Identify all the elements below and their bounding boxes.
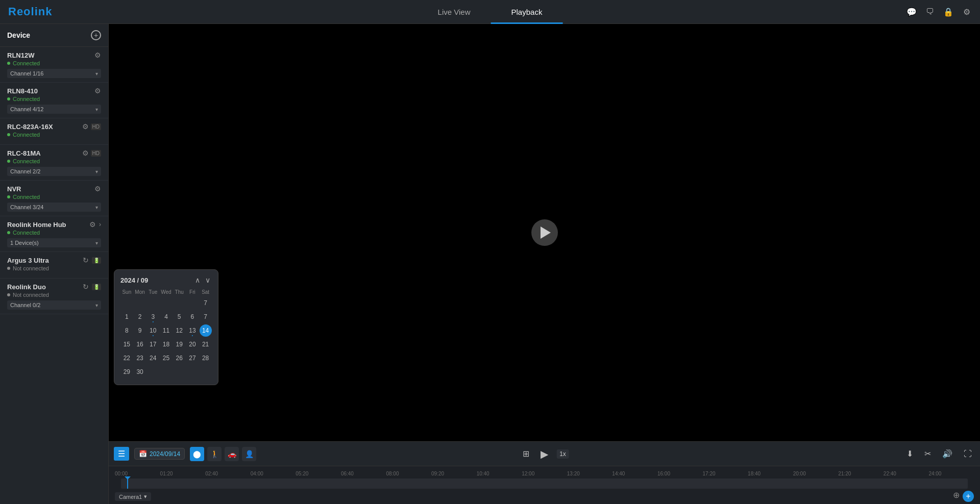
status-dot-duo [7,293,10,296]
calendar-day[interactable]: 18 [160,338,172,350]
message-icon[interactable]: 💬 [906,7,917,17]
tab-live-view[interactable]: Live View [418,0,491,24]
content-area: 2024 / 09 ∧ ∨ Sun Mon Tue Wed Thu Fri Sa… [109,24,980,504]
calendar-day[interactable]: 12 [173,324,185,337]
calendar-day[interactable]: 1 [120,311,133,323]
add-device-button[interactable]: + [91,30,101,40]
calendar-day[interactable]: 15 [120,338,133,350]
device-rlc-823a-16x: RLC-823A-16X ⚙ HD Connected [0,118,108,145]
add-camera-timeline-button[interactable]: + [963,491,974,502]
filter-car-icon[interactable]: 🚗 [225,447,239,461]
calendar-day[interactable]: 27 [186,352,199,364]
calendar-day[interactable]: 4 [160,311,172,323]
calendar-day[interactable]: 2 [134,311,146,323]
calendar-day[interactable]: 8 [120,324,133,337]
timeline-label: 10:40 [477,471,522,476]
timeline-track[interactable] [121,478,968,489]
calendar-day [200,366,212,378]
channel-select-nvr[interactable]: Channel 3/24 [7,203,101,212]
calendar-day[interactable]: 21 [200,338,212,350]
device-gear-rln12w[interactable]: ⚙ [94,51,101,59]
calendar-day[interactable]: 5 [173,311,185,323]
calendar-day[interactable]: 30 [134,366,146,378]
calendar-day[interactable]: 22 [120,352,133,364]
calendar-day [186,366,199,378]
calendar-day [147,366,159,378]
channel-select-rln12w[interactable]: Channel 1/16 [7,69,101,78]
calendar-day[interactable]: 10 [147,324,159,337]
speed-badge[interactable]: 1x [556,449,569,459]
lock-icon[interactable]: 🔒 [943,7,953,17]
device-gear-home-hub[interactable]: ⚙ [89,220,96,229]
calendar-day[interactable]: 11 [160,324,172,337]
calendar-day-selected[interactable]: 14 [200,324,212,337]
camera-label[interactable]: Camera1 ▾ [115,492,151,501]
filter-motion-icon[interactable]: 🚶 [207,447,222,461]
calendar-day[interactable]: 26 [173,352,185,364]
device-gear-rlc-823a-16x[interactable]: ⚙ [82,122,89,131]
center-controls: ⊞ ▶ 1x [520,446,569,462]
play-triangle-icon [541,226,551,239]
device-gear-nvr[interactable]: ⚙ [94,185,101,193]
channel-select-duo[interactable]: Channel 0/2 [7,300,101,310]
calendar-day[interactable]: 6 [186,311,199,323]
filter-person-icon[interactable]: 👤 [242,447,256,461]
device-gear-rln8-410[interactable]: ⚙ [94,87,101,95]
play-pause-button[interactable]: ▶ [537,446,551,462]
calendar-day[interactable]: 29 [120,366,133,378]
device-refresh-icon-argus[interactable]: ↻ [83,256,89,264]
device-refresh-icon-duo[interactable]: ↻ [83,283,89,291]
calendar-popup: 2024 / 09 ∧ ∨ Sun Mon Tue Wed Thu Fri Sa… [114,269,218,385]
device-hd-icon-rlc-81ma: HD [91,150,101,157]
right-controls: ⬇ ✂ 🔊 ⛶ [903,447,975,461]
device-battery-icon-argus: 🔋 [92,257,101,264]
calendar-day[interactable]: 9 [134,324,146,337]
timeline-label: 12:00 [522,471,567,476]
timeline-label: 09:20 [431,471,477,476]
chat-icon[interactable]: 🗨 [925,7,935,17]
thumbnail-view-button[interactable]: ⊞ [520,447,532,461]
calendar-prev-button[interactable]: ∧ [193,276,202,284]
calendar-day[interactable]: 23 [134,352,146,364]
calendar-next-button[interactable]: ∨ [204,276,212,284]
timeline-label: 01:20 [160,471,206,476]
settings-icon[interactable]: ⚙ [962,7,972,17]
calendar-day[interactable]: 24 [147,352,159,364]
timeline-track-container[interactable] [115,478,974,489]
date-picker-badge[interactable]: 📅 2024/09/14 [134,448,185,460]
channel-select-rln8-410[interactable]: Channel 4/12 [7,105,101,114]
camera-label-text: Camera1 [119,494,142,500]
play-button-center[interactable] [531,219,558,246]
volume-button[interactable]: 🔊 [939,447,955,461]
camera-chevron-icon: ▾ [144,493,147,500]
fullscreen-button[interactable]: ⛶ [961,447,975,461]
tab-playback[interactable]: Playback [491,0,563,24]
date-badge-label: 2024/09/14 [150,450,180,458]
timeline-label: 16:00 [657,471,703,476]
calendar-day[interactable]: 7 [200,297,212,309]
filter-all-icon[interactable]: ⬤ [190,447,204,461]
calendar-day[interactable]: 20 [186,338,199,350]
calendar-day[interactable]: 16 [134,338,146,350]
topbar: Reolink Live View Playback 💬 🗨 🔒 ⚙ [0,0,980,24]
calendar-day[interactable]: 7 [200,311,212,323]
calendar-day [160,297,172,309]
list-view-button[interactable]: ☰ [114,447,129,461]
calendar-day[interactable]: 13 [186,324,199,337]
timeline-cursor[interactable] [127,478,128,489]
channel-select-home-hub[interactable]: 1 Device(s) [7,238,101,247]
download-button[interactable]: ⬇ [903,447,916,461]
status-dot-nvr [7,195,10,198]
clip-button[interactable]: ✂ [921,447,934,461]
calendar-day[interactable]: 17 [147,338,159,350]
device-gear-rlc-81ma[interactable]: ⚙ [82,149,89,157]
calendar-day[interactable]: 25 [160,352,172,364]
timeline-label: 21:20 [838,471,884,476]
zoom-timeline-button[interactable]: ⊕ [953,490,960,500]
timeline-label: 14:40 [612,471,657,476]
main-layout: Device + RLN12W ⚙ Connected Channel 1/16… [0,24,980,504]
calendar-day[interactable]: 19 [173,338,185,350]
channel-select-rlc-81ma[interactable]: Channel 2/2 [7,167,101,176]
calendar-day[interactable]: 28 [200,352,212,364]
calendar-day[interactable]: 3 [147,311,159,323]
